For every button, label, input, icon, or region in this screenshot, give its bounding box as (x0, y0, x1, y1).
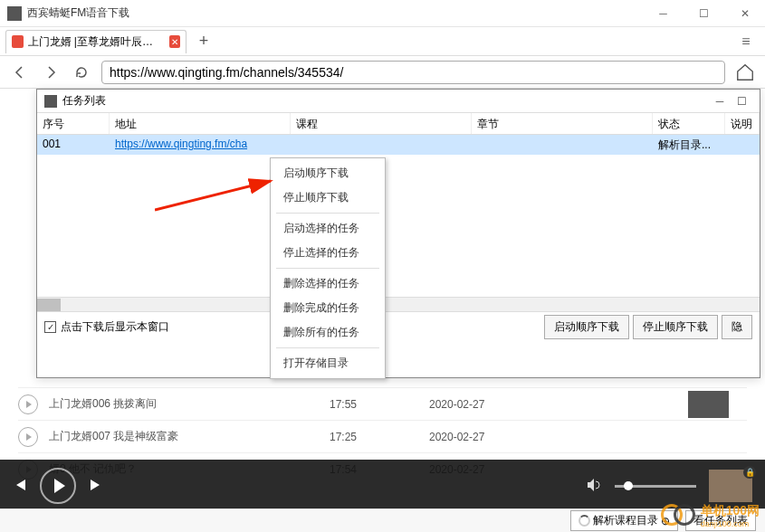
menu-stop-sel[interactable]: 停止选择的任务 (271, 241, 385, 265)
cell-seq: 001 (37, 135, 110, 155)
volume-slider[interactable] (615, 485, 696, 488)
play-icon[interactable] (18, 394, 38, 414)
horizontal-scrollbar[interactable] (37, 297, 760, 311)
maximize-button[interactable]: ☐ (684, 0, 724, 27)
col-desc[interactable]: 说明 (725, 113, 760, 134)
context-menu: 启动顺序下载 停止顺序下载 启动选择的任务 停止选择的任务 删除选择的任务 删除… (270, 157, 386, 379)
table-header: 序号 地址 课程 章节 状态 说明 (37, 113, 760, 135)
menu-stop-seq[interactable]: 停止顺序下载 (271, 185, 385, 210)
back-button[interactable] (9, 62, 31, 83)
task-list-window: 任务列表 ─ ☐ 序号 地址 课程 章节 状态 说明 001 https://w… (36, 89, 760, 378)
app-icon (7, 6, 22, 21)
stop-sequence-button[interactable]: 停止顺序下载 (633, 315, 718, 339)
list-item[interactable]: 上门龙婿007 我是神级富豪 17:25 2020-02-27 (18, 420, 747, 452)
browser-tab[interactable]: 上门龙婿 |至尊龙婿叶辰有声小说在··· ✕ (5, 30, 186, 53)
table-row[interactable]: 001 https://www.qingting.fm/cha 解析目录... (37, 135, 760, 155)
lock-icon: 🔒 (743, 466, 756, 479)
thumbnail-icon (688, 391, 729, 418)
watermark-text: 单机100网 (701, 503, 760, 519)
cell-chapter (472, 135, 653, 155)
play-icon[interactable] (18, 427, 38, 447)
app-title: 西宾蜻蜓FM语音下载 (27, 5, 643, 21)
tab-title: 上门龙婿 |至尊龙婿叶辰有声小说在··· (28, 34, 164, 50)
episode-date: 2020-02-27 (429, 431, 484, 443)
window-icon (44, 95, 57, 108)
watermark-sub: danji100.com (701, 519, 760, 528)
slider-knob[interactable] (624, 481, 633, 490)
volume-icon[interactable] (586, 477, 602, 496)
col-course[interactable]: 课程 (291, 113, 472, 134)
episode-title: 上门龙婿006 挑拨离间 (49, 396, 330, 412)
menu-start-seq[interactable]: 启动顺序下载 (271, 161, 385, 185)
cover-thumbnail[interactable]: 🔒 (709, 470, 752, 502)
menu-del-sel[interactable]: 删除选择的任务 (271, 271, 385, 296)
prev-track-button[interactable] (13, 478, 27, 495)
episode-title: 上门龙婿007 我是神级富豪 (49, 429, 330, 444)
minimize-button[interactable]: ─ (643, 0, 684, 27)
favicon-icon (12, 35, 24, 48)
menu-del-all[interactable]: 删除所有的任务 (271, 320, 385, 345)
window-maximize-button[interactable]: ☐ (731, 95, 752, 108)
col-addr[interactable]: 地址 (110, 113, 291, 134)
cell-status: 解析目录... (653, 135, 725, 155)
spinner-icon (579, 515, 590, 527)
close-button[interactable]: ✕ (724, 0, 765, 27)
window-title: 任务列表 (62, 93, 709, 109)
cell-course (291, 135, 472, 155)
audio-player-bar: 🔒 (0, 460, 765, 512)
watermark: 单机100网 danji100.com (661, 503, 760, 528)
hide-button[interactable]: 隐 (722, 315, 752, 339)
forward-button[interactable] (40, 62, 62, 83)
show-window-checkbox[interactable] (44, 321, 56, 333)
window-minimize-button[interactable]: ─ (709, 95, 731, 108)
episode-time: 17:25 (330, 431, 429, 443)
new-tab-button[interactable]: + (192, 30, 215, 53)
menu-separator (276, 347, 379, 348)
menu-separator (276, 213, 379, 214)
home-button[interactable] (734, 62, 756, 83)
url-input[interactable] (101, 61, 725, 84)
col-seq[interactable]: 序号 (37, 113, 110, 134)
status-bar: 解析课程目录⊕ 看任务列表 (0, 508, 765, 532)
list-item[interactable]: 上门龙婿006 挑拨离间 17:55 2020-02-27 (18, 387, 747, 420)
next-track-button[interactable] (89, 478, 103, 495)
episode-time: 17:55 (330, 398, 429, 411)
col-status[interactable]: 状态 (653, 113, 725, 134)
tab-close-button[interactable]: ✕ (169, 35, 181, 48)
col-chapter[interactable]: 章节 (472, 113, 653, 134)
play-button[interactable] (40, 468, 76, 504)
menu-open-dir[interactable]: 打开存储目录 (271, 351, 385, 375)
checkbox-label: 点击下载后显示本窗口 (61, 319, 169, 335)
menu-separator (276, 268, 379, 269)
menu-del-done[interactable]: 删除完成的任务 (271, 296, 385, 320)
scrollbar-thumb[interactable] (37, 299, 61, 311)
hamburger-menu-button[interactable]: ≡ (732, 28, 760, 55)
cell-addr[interactable]: https://www.qingting.fm/cha (110, 135, 291, 155)
episode-date: 2020-02-27 (429, 398, 484, 411)
reload-button[interactable] (71, 62, 92, 83)
start-sequence-button[interactable]: 启动顺序下载 (544, 315, 629, 339)
menu-start-sel[interactable]: 启动选择的任务 (271, 216, 385, 241)
cell-desc (725, 135, 760, 155)
